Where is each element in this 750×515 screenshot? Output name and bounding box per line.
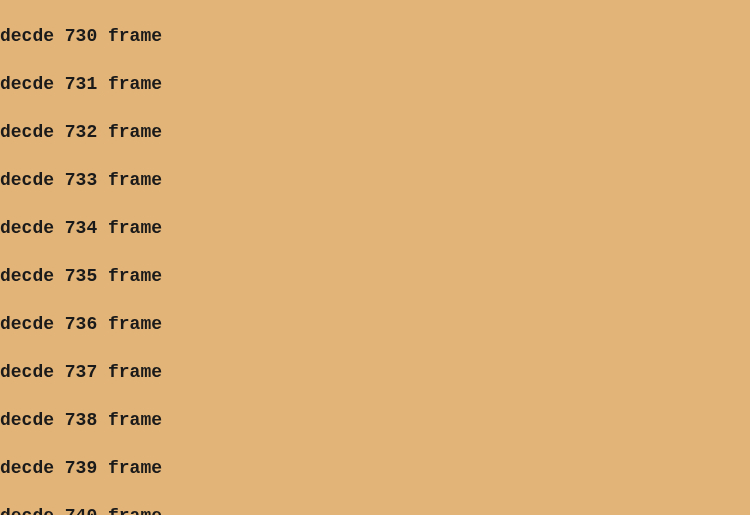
output-line: decde 737 frame xyxy=(0,360,750,384)
output-line: decde 734 frame xyxy=(0,216,750,240)
output-line: decde 738 frame xyxy=(0,408,750,432)
output-line: decde 733 frame xyxy=(0,168,750,192)
output-line: decde 740 frame xyxy=(0,504,750,515)
output-line: decde 735 frame xyxy=(0,264,750,288)
output-line: decde 736 frame xyxy=(0,312,750,336)
output-line: decde 731 frame xyxy=(0,72,750,96)
output-line: decde 730 frame xyxy=(0,24,750,48)
output-line: decde 739 frame xyxy=(0,456,750,480)
output-line: decde 732 frame xyxy=(0,120,750,144)
terminal[interactable]: decde 730 frame decde 731 frame decde 73… xyxy=(0,0,750,515)
